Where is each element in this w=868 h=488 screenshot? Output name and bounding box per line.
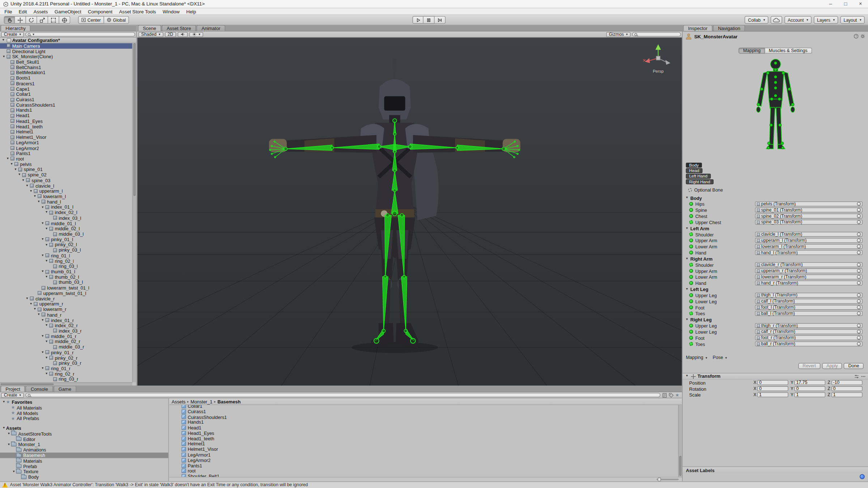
hierarchy-item[interactable]: ▼pelvis <box>0 162 132 167</box>
mapping-menu-button[interactable]: Mapping▾ <box>686 355 707 360</box>
tab-game[interactable]: Game <box>54 386 76 392</box>
hierarchy-search-input[interactable]: ▾ <box>25 32 135 37</box>
axis-value-field[interactable]: 1 <box>831 392 863 397</box>
axis-value-field[interactable]: 0 <box>831 386 863 391</box>
expand-toggle-icon[interactable]: ▼ <box>13 168 18 171</box>
menu-item-asset-store-tools[interactable]: Asset Store Tools <box>116 8 159 14</box>
hierarchy-item[interactable]: ▼upperarm_l <box>0 188 132 194</box>
menu-item-component[interactable]: Component <box>85 8 116 14</box>
expand-toggle-icon[interactable]: ▼ <box>44 227 48 230</box>
object-picker-icon[interactable] <box>857 263 861 267</box>
bone-section-header[interactable]: ▼Left Arm <box>682 225 868 231</box>
hierarchy-item[interactable]: Collar1 <box>0 91 132 97</box>
search-by-label-icon[interactable] <box>669 393 674 398</box>
expand-toggle-icon[interactable]: ▼ <box>41 254 45 257</box>
hierarchy-item[interactable]: ▼middle_02_l <box>0 226 132 231</box>
expand-toggle-icon[interactable]: ▼ <box>37 313 41 316</box>
2d-toggle-button[interactable]: 2D <box>165 32 176 37</box>
hierarchy-item[interactable]: ▼clavicle_r <box>0 296 132 301</box>
hierarchy-item[interactable]: ▼root <box>0 156 132 162</box>
minimize-button[interactable]: – <box>823 0 838 8</box>
hierarchy-item[interactable]: ▼pinky_01_l <box>0 237 132 242</box>
hierarchy-item[interactable]: middle_03_l <box>0 231 132 237</box>
bone-object-field[interactable]: upperarm_r (Transform) <box>755 268 863 273</box>
hierarchy-item[interactable]: Directional Light <box>0 48 132 54</box>
bone-object-field[interactable]: pelvis (Transform) <box>755 201 863 206</box>
hierarchy-item[interactable]: Helmet1_Visor <box>0 134 132 140</box>
apply-button[interactable]: Apply <box>822 363 842 369</box>
layout-dropdown[interactable]: Layout▾ <box>840 16 864 23</box>
bone-section-header[interactable]: ▼Left Leg <box>682 286 868 292</box>
project-tree-item[interactable]: ▼Texture <box>0 469 168 474</box>
expand-toggle-icon[interactable]: ▼ <box>44 260 48 262</box>
bone-object-field[interactable]: thigh_l (Transform) <box>755 293 863 298</box>
hierarchy-item[interactable]: LegArmor1 <box>0 140 132 145</box>
expand-toggle-icon[interactable]: ▼ <box>9 163 14 166</box>
expand-toggle-icon[interactable]: ▼ <box>12 470 16 473</box>
asset-label-blue-icon[interactable] <box>860 474 865 479</box>
hierarchy-item[interactable]: pinky_03_r <box>0 360 132 366</box>
tab-animator[interactable]: Animator <box>196 25 225 31</box>
hierarchy-item[interactable]: Pants1 <box>0 151 132 156</box>
bone-object-field[interactable]: hand_r (Transform) <box>755 281 863 286</box>
hierarchy-item[interactable]: ▼hand_r <box>0 312 132 317</box>
avatar-mapping-diagram[interactable] <box>682 56 868 160</box>
project-tree-item[interactable]: Basemesh <box>0 453 168 458</box>
object-picker-icon[interactable] <box>857 208 861 212</box>
expand-toggle-icon[interactable]: ▼ <box>37 200 41 203</box>
project-tree-item[interactable]: Editor <box>0 436 168 442</box>
pose-menu-button[interactable]: Pose▾ <box>713 355 727 360</box>
hierarchy-item[interactable]: Cape1 <box>0 86 132 91</box>
object-picker-icon[interactable] <box>857 324 861 328</box>
hierarchy-item[interactable]: Bracers1 <box>0 81 132 86</box>
shading-mode-dropdown[interactable]: Shaded▾ <box>139 32 163 37</box>
revert-button[interactable]: Revert <box>798 363 820 369</box>
hierarchy-item[interactable]: LegArmor2 <box>0 145 132 151</box>
effects-dropdown[interactable]: ▾ <box>189 32 203 37</box>
expand-toggle-icon[interactable]: ▼ <box>44 356 48 359</box>
project-file-item[interactable]: root <box>169 468 678 474</box>
expand-toggle-icon[interactable]: ▼ <box>41 335 45 338</box>
hierarchy-item[interactable]: ▼index_01_l <box>0 205 132 210</box>
expand-toggle-icon[interactable]: ▼ <box>33 308 37 311</box>
project-file-item[interactable]: LegArmor2 <box>169 458 678 463</box>
bone-object-field[interactable]: ball_l (Transform) <box>755 311 863 316</box>
project-tree-item[interactable]: ▼Assets <box>0 425 168 431</box>
foldout-icon[interactable]: ▼ <box>685 375 689 378</box>
hierarchy-item[interactable]: ▼lowerarm_r <box>0 307 132 312</box>
audio-toggle-button[interactable] <box>178 32 188 37</box>
done-button[interactable]: Done <box>844 363 863 369</box>
search-by-type-icon[interactable] <box>662 393 667 398</box>
object-picker-icon[interactable] <box>857 293 861 297</box>
project-file-item[interactable]: Head1_Eyes <box>169 431 678 436</box>
hierarchy-item[interactable]: Hands1 <box>0 108 132 113</box>
hierarchy-vertical-scrollbar[interactable] <box>132 43 136 382</box>
hierarchy-item[interactable]: ▼index_02_l <box>0 210 132 215</box>
hierarchy-item[interactable]: ▼ring_02_l <box>0 258 132 264</box>
object-picker-icon[interactable] <box>857 330 861 334</box>
expand-toggle-icon[interactable]: ▼ <box>33 195 37 198</box>
project-file-item[interactable]: Pants1 <box>169 463 678 468</box>
bone-object-field[interactable]: foot_r (Transform) <box>755 335 863 341</box>
project-search-input[interactable] <box>25 393 660 397</box>
expand-toggle-icon[interactable]: ▼ <box>2 401 6 403</box>
project-file-item[interactable]: Cuirass1 <box>169 409 678 414</box>
expand-toggle-icon[interactable]: ▼ <box>41 206 45 209</box>
object-picker-icon[interactable] <box>857 239 861 243</box>
bone-section-header[interactable]: ▼Right Arm <box>682 256 868 262</box>
breadcrumb-item[interactable]: Assets <box>171 399 185 404</box>
bone-object-field[interactable]: upperarm_l (Transform) <box>755 238 863 243</box>
project-tree-item[interactable]: Animations <box>0 447 168 453</box>
transform-tool-button[interactable] <box>59 16 71 23</box>
hierarchy-item[interactable]: ▼upperarm_r <box>0 301 132 307</box>
expand-toggle-icon[interactable]: ▼ <box>44 340 48 343</box>
hierarchy-item[interactable]: lowerarm_twist_01_l <box>0 285 132 291</box>
avatar-part-button-left-hand[interactable]: Left Hand <box>686 174 711 179</box>
space-toggle-button[interactable]: Global <box>104 16 129 23</box>
project-file-item[interactable]: CuirassShoulders1 <box>169 414 678 420</box>
play-button[interactable] <box>412 16 424 23</box>
hand-tool-button[interactable] <box>4 16 15 23</box>
maximize-button[interactable]: □ <box>838 0 853 8</box>
expand-toggle-icon[interactable]: ▼ <box>41 367 45 370</box>
hierarchy-item[interactable]: ▼clavicle_l <box>0 183 132 188</box>
